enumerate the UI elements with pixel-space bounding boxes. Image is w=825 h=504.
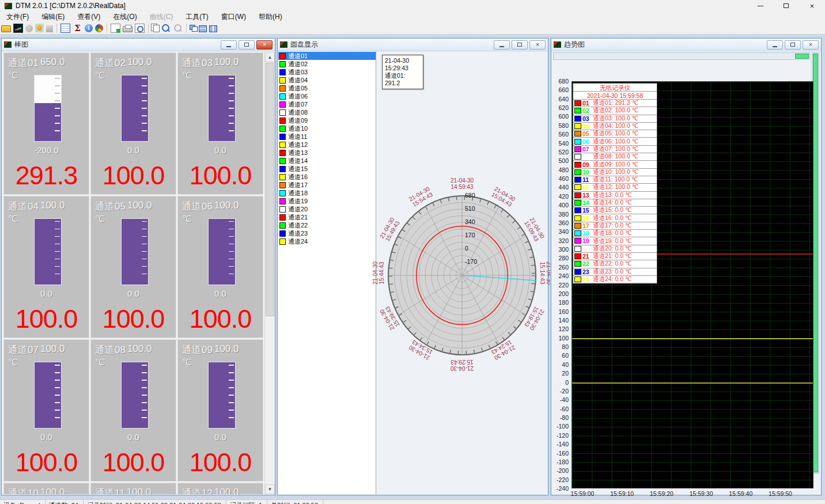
channel-color-swatch [279,230,286,237]
channel-number: 21 [582,253,593,260]
channel-list-item[interactable]: 通道16 [278,173,376,181]
channel-list-item[interactable]: 通道12 [278,141,376,149]
channel-name: 通道13 [288,149,308,157]
record-icon[interactable] [35,24,44,32]
print-icon[interactable] [123,26,133,32]
trend-window-titlebar[interactable]: 趋势图 × [551,39,821,51]
channel-list-item[interactable]: 通道07 [278,100,376,108]
gauge-channel-name: 通道05 [95,200,126,213]
channel-list-item[interactable]: 通道19 [278,197,376,205]
y-axis-tick-label: 40 [562,361,569,368]
menu-item[interactable]: 工具(T) [179,12,214,22]
channel-name: 通道11 [288,132,307,141]
legend-row: 06 通道06: 100.0 ℃ [573,138,657,145]
channel-list-item[interactable]: 通道21 [278,213,376,221]
channel-value-text: 通道11: 100.0 ℃ [593,176,638,184]
open-file-icon[interactable] [1,25,11,32]
pie-chart-icon[interactable] [95,24,103,32]
menu-item[interactable]: 查看(V) [71,12,107,22]
y-axis-tick-label: 540 [558,140,569,147]
close-button[interactable]: × [529,40,546,50]
menu-item[interactable]: 曲线(C) [143,12,180,22]
gauge-bar [208,362,236,429]
channel-color-swatch [574,246,581,252]
channel-list-item[interactable]: 通道01 [278,52,376,60]
scrollbar-thumb[interactable] [795,54,809,59]
channel-list-item[interactable]: 通道20 [278,205,376,213]
channel-list-item[interactable]: 通道10 [278,124,376,132]
channel-name: 通道09 [288,116,308,125]
maximize-button[interactable] [512,40,528,50]
tile-horizontal-icon[interactable] [199,25,207,32]
menu-item[interactable]: 编辑(E) [35,12,71,22]
maximize-button[interactable] [239,40,255,50]
channel-list-item[interactable]: 通道08 [278,108,376,116]
channel-name: 通道23 [288,229,308,238]
statistics-sigma-icon[interactable]: Σ [73,24,82,33]
print-preview-icon[interactable] [135,24,145,33]
channel-name: 通道22 [288,221,308,230]
zoom-in-icon[interactable] [161,24,171,33]
channel-list-item[interactable]: 通道17 [278,181,376,189]
channel-color-swatch [574,253,581,259]
scrollbar-thumb[interactable] [813,54,818,472]
channel-list-item[interactable]: 通道15 [278,165,376,173]
realtime-display-icon[interactable] [13,24,23,33]
scroll-down-arrow-icon[interactable]: ▼ [265,484,275,494]
bar-graph-window-titlebar[interactable]: 棒图 × [2,39,275,51]
channel-color-swatch [279,150,286,156]
channel-list-item[interactable]: 通道22 [278,221,376,229]
channel-number: 11 [582,176,593,183]
y-axis-tick-label: 140 [558,317,569,324]
minimize-button[interactable] [767,40,783,50]
channel-list-item[interactable]: 通道13 [278,149,376,157]
channel-list-item[interactable]: 通道24 [278,237,376,245]
channel-gauge: 通道01 650.0 ℃ -200.0 291.3 [3,52,89,195]
trend-series-line-0 [572,382,813,384]
channel-list-item[interactable]: 通道18 [278,189,376,197]
export-icon[interactable] [111,24,120,33]
info-icon[interactable]: i [85,24,93,32]
app-close-button[interactable]: × [799,0,825,12]
disc-window-titlebar[interactable]: 圆盘显示 × [278,39,548,51]
menu-item[interactable]: 帮助(H) [252,12,289,22]
channel-list-item[interactable]: 通道11 [278,132,376,141]
zoom-out-disabled-icon [173,24,183,33]
menu-item[interactable]: 在线(O) [107,12,143,22]
close-button[interactable]: × [803,40,819,50]
x-axis-tick-label: 15:59:10 [610,490,634,497]
app-icon [5,3,12,9]
tile-vertical-icon[interactable] [209,25,217,32]
channel-list-item[interactable]: 通道14 [278,157,376,165]
vertical-scrollbar[interactable]: ▲ ▼ [264,52,274,494]
channel-value-text: 通道02: 100.0 ℃ [593,107,639,115]
status-segment: 通道数: 24 [46,500,84,504]
copy-icon[interactable] [153,25,160,32]
minimize-button[interactable] [494,40,510,50]
channel-list-item[interactable]: 通道04 [278,76,376,84]
menu-item[interactable]: 文件(F) [0,12,35,22]
channel-list-item[interactable]: 通道03 [278,68,376,76]
data-table-icon[interactable] [60,24,70,33]
gauge-max-value: 100.0 [40,200,65,213]
channel-list-item[interactable]: 通道06 [278,92,376,100]
x-axis-tick-label: 15:59:40 [729,490,752,497]
scroll-up-arrow-icon[interactable]: ▲ [265,52,275,62]
maximize-button[interactable] [785,40,801,50]
gauge-bar-fill [35,103,61,141]
horizontal-scrollbar[interactable] [553,52,810,60]
channel-list-item[interactable]: 通道09 [278,116,376,124]
channel-list-item[interactable]: 通道05 [278,84,376,92]
channel-color-swatch [279,134,286,140]
close-button[interactable]: × [256,40,273,50]
scrollbar-thumb[interactable] [266,63,274,316]
app-maximize-button[interactable] [773,0,799,12]
app-minimize-button[interactable] [747,0,773,12]
menu-item[interactable]: 窗口(W) [215,12,252,22]
channel-value-text: 通道21: 0.0 ℃ [593,253,632,260]
minimize-button[interactable] [221,40,237,50]
channel-number: 05 [582,130,593,137]
cascade-windows-icon[interactable] [192,26,198,32]
channel-list-item[interactable]: 通道23 [278,229,376,237]
channel-list-item[interactable]: 通道02 [278,60,376,68]
